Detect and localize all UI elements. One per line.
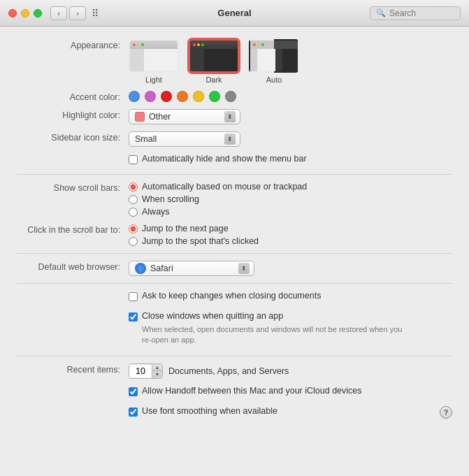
- click-scroll-spot-label: Jump to the spot that's clicked: [142, 236, 259, 246]
- browser-select[interactable]: Safari ⬍: [129, 261, 254, 276]
- highlight-color-row: Highlight color: Other ⬍: [17, 109, 452, 124]
- highlight-swatch: [135, 112, 145, 122]
- ask-keep-checkbox[interactable]: [129, 292, 138, 301]
- browser-arrow: ⬍: [238, 263, 250, 274]
- minimize-button[interactable]: [21, 9, 29, 17]
- accent-orange[interactable]: [177, 91, 188, 102]
- forward-button[interactable]: ›: [69, 6, 86, 20]
- scroll-bars-scrolling-radio[interactable]: [129, 195, 138, 204]
- chevron-icon: ⬍: [227, 113, 233, 120]
- search-input[interactable]: [389, 8, 454, 18]
- scroll-bars-label: Show scroll bars:: [17, 182, 129, 193]
- stepper-box: ▲ ▼: [129, 363, 163, 379]
- click-scroll-options: Jump to the next page Jump to the spot t…: [129, 224, 259, 246]
- accent-blue[interactable]: [129, 91, 140, 102]
- accent-color-control: [129, 91, 452, 102]
- recent-items-label: Recent items:: [17, 363, 129, 375]
- grid-button[interactable]: ⠿: [92, 8, 99, 19]
- traffic-lights: [8, 9, 42, 17]
- appearance-options: Light Dark: [129, 39, 299, 84]
- handoff-text: Allow Handoff between this Mac and your …: [142, 386, 362, 396]
- scroll-bars-scrolling: When scrolling: [129, 194, 307, 204]
- handoff-row: Allow Handoff between this Mac and your …: [17, 386, 452, 399]
- menu-bar-label: [17, 154, 129, 155]
- click-scroll-label: Click in the scroll bar to:: [17, 224, 129, 235]
- highlight-color-label: Highlight color:: [17, 109, 129, 120]
- accent-red[interactable]: [161, 91, 172, 102]
- close-windows-checkbox[interactable]: [129, 312, 138, 322]
- click-scroll-next: Jump to the next page: [129, 224, 259, 233]
- scroll-bars-scrolling-label: When scrolling: [142, 194, 199, 204]
- sidebar-icon-size-value: Small: [135, 134, 222, 144]
- recent-items-value[interactable]: [129, 365, 152, 377]
- appearance-row: Appearance: Light: [17, 39, 452, 84]
- divider-1: [17, 174, 452, 175]
- stepper-arrows: ▲ ▼: [152, 364, 162, 378]
- appearance-light-thumb: [129, 39, 179, 73]
- search-icon: 🔍: [376, 8, 386, 17]
- sidebar-size-arrow: ⬍: [224, 134, 236, 145]
- click-scroll-row: Click in the scroll bar to: Jump to the …: [17, 224, 452, 246]
- appearance-light-label: Light: [145, 75, 162, 84]
- appearance-auto-thumb: [249, 39, 299, 73]
- appearance-control: Light Dark: [129, 39, 452, 84]
- appearance-dark-label: Dark: [205, 75, 222, 84]
- menu-bar-row: Automatically hide and show the menu bar: [17, 154, 452, 167]
- ask-keep-checkbox-row: Ask to keep changes when closing documen…: [129, 291, 321, 301]
- handoff-control: Allow Handoff between this Mac and your …: [129, 386, 452, 399]
- close-button[interactable]: [8, 9, 17, 17]
- nav-buttons: ‹ ›: [50, 6, 86, 20]
- help-button[interactable]: ?: [440, 406, 452, 419]
- stepper-down-button[interactable]: ▼: [152, 371, 162, 378]
- font-smoothing-row: Use font smoothing when available ?: [17, 406, 452, 419]
- appearance-light[interactable]: Light: [129, 39, 179, 84]
- scroll-bars-auto-radio[interactable]: [129, 182, 138, 192]
- font-smoothing-checkbox[interactable]: [129, 408, 138, 417]
- click-scroll-spot-radio[interactable]: [129, 237, 138, 246]
- stepper-up-button[interactable]: ▲: [152, 364, 162, 371]
- ask-keep-row: Ask to keep changes when closing documen…: [17, 291, 452, 304]
- safari-icon: [135, 263, 146, 274]
- accent-purple[interactable]: [145, 91, 156, 102]
- ask-keep-label: [17, 291, 129, 292]
- click-scroll-spot: Jump to the spot that's clicked: [129, 236, 259, 246]
- back-button[interactable]: ‹: [50, 6, 67, 20]
- accent-green[interactable]: [209, 91, 220, 102]
- scroll-bars-control: Automatically based on mouse or trackpad…: [129, 182, 452, 217]
- handoff-checkbox[interactable]: [129, 387, 138, 396]
- menu-bar-text: Automatically hide and show the menu bar: [142, 154, 307, 164]
- highlight-color-select[interactable]: Other ⬍: [129, 109, 240, 124]
- scroll-bars-always-label: Always: [142, 207, 170, 217]
- recent-items-stepper: ▲ ▼ Documents, Apps, and Servers: [129, 363, 289, 379]
- titlebar: ‹ › ⠿ General 🔍: [0, 0, 469, 27]
- appearance-auto[interactable]: Auto: [249, 39, 299, 84]
- close-windows-label: [17, 311, 129, 312]
- sidebar-icon-size-row: Sidebar icon size: Small ⬍: [17, 131, 452, 147]
- menu-bar-checkbox[interactable]: [129, 155, 138, 164]
- sidebar-icon-size-select[interactable]: Small ⬍: [129, 131, 240, 147]
- accent-gray[interactable]: [225, 91, 236, 102]
- appearance-label: Appearance:: [17, 39, 129, 50]
- browser-row: Default web browser: Safari ⬍: [17, 261, 452, 276]
- sidebar-icon-size-control: Small ⬍: [129, 131, 452, 147]
- click-scroll-next-label: Jump to the next page: [142, 224, 229, 233]
- recent-items-row: Recent items: ▲ ▼ Documents, Apps, and S…: [17, 363, 452, 379]
- search-bar[interactable]: 🔍: [370, 6, 461, 20]
- scroll-bars-always-radio[interactable]: [129, 208, 138, 217]
- accent-yellow[interactable]: [193, 91, 204, 102]
- close-windows-row: Close windows when quitting an app When …: [17, 311, 452, 349]
- chevron-icon: ⬍: [227, 136, 233, 143]
- maximize-button[interactable]: [34, 9, 42, 17]
- recent-items-suffix: Documents, Apps, and Servers: [168, 366, 289, 376]
- close-windows-control: Close windows when quitting an app When …: [129, 311, 452, 349]
- appearance-dark[interactable]: Dark: [189, 39, 239, 84]
- ask-keep-text: Ask to keep changes when closing documen…: [142, 291, 321, 301]
- window-title: General: [217, 8, 251, 18]
- font-smoothing-label: [17, 406, 129, 408]
- scroll-bars-options: Automatically based on mouse or trackpad…: [129, 182, 307, 217]
- divider-4: [17, 356, 452, 356]
- click-scroll-next-radio[interactable]: [129, 224, 138, 233]
- handoff-label: [17, 386, 129, 387]
- browser-label: Default web browser:: [17, 261, 129, 272]
- divider-3: [17, 283, 452, 284]
